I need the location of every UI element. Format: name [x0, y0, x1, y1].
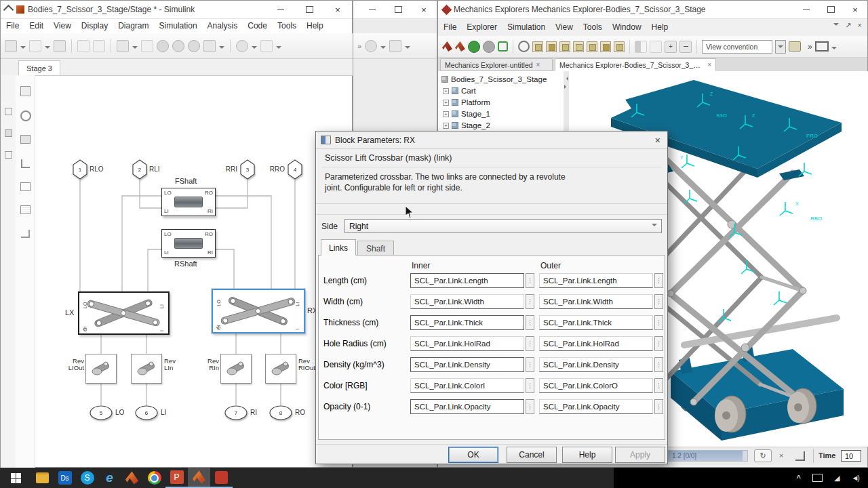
- taskbar-file-explorer[interactable]: [31, 468, 54, 488]
- expand-icon[interactable]: +: [443, 123, 449, 129]
- matlab-workspace-icon[interactable]: [455, 41, 465, 52]
- taskbar-internet-explorer[interactable]: e: [98, 468, 121, 488]
- tree-root[interactable]: Bodies_7_Scissor_3_Stage: [441, 75, 547, 83]
- update-icon[interactable]: [365, 40, 377, 52]
- param-menu-outer[interactable]: ⋮: [654, 357, 663, 372]
- taskbar-matlab[interactable]: [121, 468, 143, 488]
- taskbar-ds-app[interactable]: Ds: [54, 468, 76, 488]
- taskbar-powerpoint[interactable]: P: [165, 468, 188, 488]
- rev-rin-block[interactable]: [220, 354, 252, 384]
- param-menu-outer[interactable]: ⋮: [654, 378, 663, 393]
- tree-item-platform[interactable]: + Platform: [443, 98, 490, 106]
- view-front-icon[interactable]: [546, 41, 557, 52]
- tray-display-icon[interactable]: [812, 474, 823, 482]
- expand-icon[interactable]: +: [443, 88, 449, 94]
- param-menu-inner[interactable]: ⋮: [526, 399, 534, 414]
- port-rri[interactable]: 3: [240, 159, 255, 180]
- view-top-icon[interactable]: [573, 41, 584, 52]
- view-convention-dropdown-icon[interactable]: [775, 40, 786, 54]
- tab-close-icon[interactable]: ×: [707, 61, 711, 68]
- param-menu-inner[interactable]: ⋮: [526, 357, 534, 372]
- close-button[interactable]: ×: [411, 1, 437, 18]
- minimize-button[interactable]: [794, 1, 818, 18]
- view-convention-select[interactable]: View convention: [702, 40, 772, 54]
- menu-explorer[interactable]: Explorer: [467, 22, 497, 32]
- param-menu-inner[interactable]: ⋮: [526, 273, 534, 288]
- param-input-outer[interactable]: SCL_Par.Link.HolRad: [539, 336, 653, 351]
- expand-icon[interactable]: +: [443, 100, 449, 106]
- speed-button[interactable]: ×: [779, 451, 783, 460]
- lx-crossbar-block[interactable]: LO LI Ol I: [78, 291, 170, 335]
- port-rlo[interactable]: 1: [73, 159, 87, 180]
- refresh-icon[interactable]: [498, 41, 508, 52]
- view-right-icon[interactable]: [614, 41, 625, 52]
- description-sash[interactable]: [316, 203, 667, 204]
- hide-frames-icon[interactable]: [679, 41, 692, 53]
- loop-button[interactable]: ↻: [754, 449, 772, 462]
- rev-riout-block[interactable]: [265, 354, 296, 384]
- param-input-inner[interactable]: SCL_Par.Link.HolRad: [410, 336, 524, 351]
- minimize-button[interactable]: [359, 1, 385, 18]
- menu-view[interactable]: View: [555, 22, 573, 32]
- step-button[interactable]: [795, 451, 805, 461]
- show-frames-icon[interactable]: +: [665, 41, 677, 53]
- taskbar-skype[interactable]: S: [76, 468, 98, 488]
- taskbar-chrome[interactable]: [143, 468, 165, 488]
- undock-icon[interactable]: ↗: [845, 21, 851, 30]
- tab-shaft[interactable]: Shaft: [357, 241, 394, 256]
- close-button[interactable]: ×: [843, 1, 867, 18]
- param-input-outer[interactable]: SCL_Par.Link.Density: [539, 357, 653, 372]
- param-input-outer[interactable]: SCL_Par.Link.Thick: [539, 315, 653, 330]
- menu-file[interactable]: File: [443, 22, 456, 32]
- single-view-icon[interactable]: [650, 41, 662, 53]
- tray-network-icon[interactable]: ◢: [834, 474, 840, 483]
- param-menu-inner[interactable]: ⋮: [526, 378, 534, 393]
- split-view-icon[interactable]: [635, 41, 647, 53]
- apply-button[interactable]: Apply: [615, 447, 665, 463]
- param-menu-outer[interactable]: ⋮: [654, 336, 663, 351]
- param-input-inner[interactable]: SCL_Par.Link.ColorI: [410, 378, 524, 393]
- tray-expand-icon[interactable]: ^: [797, 474, 801, 482]
- tray-volume-icon[interactable]: ◄): [851, 474, 859, 482]
- param-input-inner[interactable]: SCL_Par.Link.Opacity: [410, 399, 524, 414]
- param-input-inner[interactable]: SCL_Par.Link.Width: [410, 294, 524, 309]
- menu-tools[interactable]: Tools: [583, 22, 602, 32]
- start-button[interactable]: [0, 468, 31, 488]
- cancel-button[interactable]: Cancel: [507, 447, 557, 463]
- param-input-outer[interactable]: SCL_Par.Link.Length: [539, 273, 653, 288]
- ok-button[interactable]: OK: [448, 447, 498, 463]
- toolbar-overflow-icon[interactable]: »: [808, 42, 812, 52]
- view-bottom-icon[interactable]: [587, 41, 597, 52]
- record-icon[interactable]: [483, 41, 495, 53]
- param-input-inner[interactable]: SCL_Par.Link.Density: [410, 357, 524, 372]
- rshaft-block[interactable]: LO RO LI RI: [161, 229, 216, 258]
- expand-icon[interactable]: +: [443, 111, 449, 117]
- overflow-icon[interactable]: »: [357, 42, 361, 50]
- menu-simulation[interactable]: Simulation: [507, 22, 545, 32]
- matlab-icon[interactable]: [442, 41, 452, 52]
- tab-links[interactable]: Links: [321, 239, 356, 256]
- viewport-layout-icon[interactable]: [815, 41, 829, 52]
- tree-item-cart[interactable]: + Cart: [443, 87, 476, 95]
- param-input-inner[interactable]: SCL_Par.Link.Length: [410, 273, 524, 288]
- expand-right-icon[interactable]: [564, 85, 568, 89]
- side-select[interactable]: Right: [344, 219, 662, 233]
- taskbar-matlab-active[interactable]: [188, 468, 210, 488]
- tab-untitled[interactable]: Mechanics Explorer-untitled×: [440, 58, 553, 71]
- dialog-close-icon[interactable]: ×: [655, 135, 660, 146]
- taskbar-screen-recorder[interactable]: [210, 468, 233, 488]
- camera-icon[interactable]: [789, 41, 801, 52]
- build-icon[interactable]: [389, 40, 401, 52]
- rev-lin-block[interactable]: [131, 354, 162, 384]
- tab-close-icon[interactable]: ×: [536, 61, 540, 68]
- param-menu-inner[interactable]: ⋮: [526, 294, 534, 309]
- side-dropdown-icon[interactable]: [652, 224, 657, 229]
- fshaft-block[interactable]: LO RO LI RI: [161, 188, 216, 216]
- play-icon[interactable]: [468, 41, 480, 53]
- rev-liout-block[interactable]: [85, 354, 117, 384]
- param-menu-outer[interactable]: ⋮: [654, 294, 663, 309]
- tab-bodies-scissor[interactable]: Mechanics Explorer-Bodies_7_Scissor_3_St…: [555, 58, 716, 71]
- param-input-outer[interactable]: SCL_Par.Link.ColorO: [539, 378, 653, 393]
- port-li[interactable]: 6: [134, 405, 159, 421]
- param-input-outer[interactable]: SCL_Par.Link.Width: [539, 294, 653, 309]
